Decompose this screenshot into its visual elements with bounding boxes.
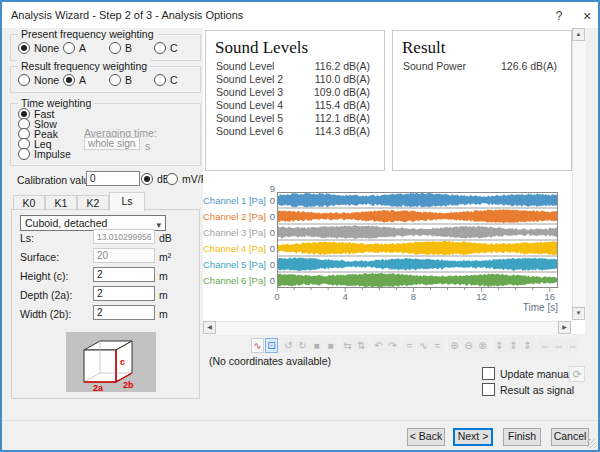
depth-label: Depth (2a):	[20, 289, 73, 301]
width-label: Width (2b):	[20, 308, 71, 320]
scroll-up-button[interactable]: ▲	[572, 28, 585, 41]
width-unit: m	[159, 308, 168, 320]
channel-label: Channel 2 [Pa]	[203, 211, 265, 222]
signal-plot[interactable]	[277, 192, 558, 293]
channel-zero-tick: 0	[266, 243, 275, 254]
radio-result-c[interactable]: C	[154, 74, 178, 86]
curve-arrow-right-icon: ↷	[386, 338, 399, 353]
zoom-out-icon: ⊖	[462, 338, 475, 353]
channel-label: Channel 6 [Pa]	[203, 275, 265, 286]
fit-time-icon: ⇔	[538, 338, 551, 353]
ls-input	[93, 229, 155, 244]
surface-input	[93, 248, 155, 263]
radio-label: B	[125, 42, 132, 54]
edit-curve-icon: ∿	[417, 338, 430, 353]
radio-result-b[interactable]: B	[109, 74, 132, 86]
signal-chart: 9 Time [s] Channel 1 [Pa]0Channel 2 [Pa]…	[203, 28, 585, 334]
radio-present-c[interactable]: C	[154, 42, 178, 54]
channel-label: Channel 1 [Pa]	[203, 195, 265, 206]
update-manually-checkbox[interactable]: Update manually	[482, 367, 579, 380]
tab-k2[interactable]: K2	[77, 195, 109, 210]
radio-present-b[interactable]: B	[109, 42, 132, 54]
cuboid-width-label: 2b	[123, 380, 134, 390]
checkbox-box	[482, 367, 495, 380]
radio-circle	[154, 42, 166, 54]
calibration-input[interactable]	[86, 171, 140, 186]
zoom-selection-icon[interactable]: ⊡	[265, 338, 278, 353]
surface-label: Surface:	[20, 251, 59, 263]
channel-label: Channel 3 [Pa]	[203, 227, 265, 238]
radio-label: A	[79, 42, 86, 54]
cancel-button[interactable]: Cancel	[551, 428, 589, 446]
fit-time-auto-icon: ⇔	[552, 338, 565, 353]
scroll-left-button[interactable]: ◀	[203, 321, 216, 334]
solid-square-icon: ■	[324, 338, 337, 353]
ls-tab-panel: Cuboid, detached ▾ Ls: dB Surface: m² He…	[11, 209, 200, 399]
chevron-down-icon: ▾	[156, 218, 161, 232]
horizontal-scrollbar[interactable]	[203, 321, 571, 335]
time-weighting-group: Time weighting Fast Slow Peak Leq Impuls…	[10, 103, 201, 166]
radio-circle	[18, 148, 30, 160]
depth-unit: m	[159, 289, 168, 301]
tab-ls[interactable]: Ls	[109, 192, 145, 211]
radio-label: Impulse	[34, 148, 71, 160]
next-button[interactable]: Next >	[453, 428, 493, 446]
height-unit: m	[159, 270, 168, 282]
radio-result-a[interactable]: A	[63, 74, 86, 86]
radio-label: None	[34, 74, 59, 86]
radio-circle	[166, 173, 178, 185]
vertical-scrollbar[interactable]	[572, 28, 586, 320]
resize-grip[interactable]	[587, 439, 596, 448]
group-label: Present frequency weighting	[18, 28, 157, 40]
radio-label: A	[79, 74, 86, 86]
x-axis-tick: 16	[542, 291, 558, 302]
radio-circle	[63, 42, 75, 54]
results-viewport: Sound Levels Sound Level116.2 dB(A) Soun…	[203, 28, 585, 334]
radio-present-a[interactable]: A	[63, 42, 86, 54]
tab-k1[interactable]: K1	[45, 195, 77, 210]
rotate-left-icon: ↺	[282, 338, 295, 353]
zoom-reset-icon: ⊗	[476, 338, 489, 353]
radio-label: C	[170, 42, 178, 54]
fit-amplitude-auto-icon: ⇕	[507, 338, 520, 353]
cuboid-diagram: c 2a 2b	[66, 332, 156, 392]
radio-label: C	[170, 74, 178, 86]
flag-curve-icon: ≈	[431, 338, 444, 353]
radio-present-none[interactable]: None	[18, 42, 59, 54]
marker-curve-icon: ≈	[403, 338, 416, 353]
x-axis-tick: 12	[474, 291, 490, 302]
result-as-signal-checkbox[interactable]: Result as signal	[482, 383, 574, 396]
finish-button[interactable]: Finish	[503, 428, 541, 446]
present-frequency-weighting-group: Present frequency weighting None A B C	[10, 34, 201, 61]
cuboid-height-label: c	[120, 357, 125, 367]
tab-k0[interactable]: K0	[13, 195, 45, 210]
help-button[interactable]: ?	[548, 7, 570, 25]
width-input[interactable]	[93, 305, 155, 320]
zoom-in-icon: ⊕	[448, 338, 461, 353]
height-input[interactable]	[93, 267, 155, 282]
shape-select-value: Cuboid, detached	[25, 217, 107, 229]
depth-input[interactable]	[93, 286, 155, 301]
result-frequency-weighting-group: Result frequency weighting None A B C	[10, 66, 201, 93]
channel-zero-tick: 0	[266, 211, 275, 222]
footer-separator	[2, 420, 598, 421]
recalculate-icon: ⟳	[569, 366, 585, 382]
cuboid-depth-label: 2a	[93, 383, 104, 392]
radio-circle	[109, 74, 121, 86]
channel-label: Channel 5 [Pa]	[203, 259, 265, 270]
height-label: Height (c):	[20, 270, 68, 282]
group-label: Result frequency weighting	[18, 60, 150, 72]
scroll-down-button[interactable]: ▼	[572, 307, 585, 320]
scroll-right-button[interactable]: ▶	[558, 321, 571, 334]
back-button[interactable]: < Back	[407, 428, 445, 446]
checkbox-label: Result as signal	[500, 384, 574, 396]
radio-result-none[interactable]: None	[18, 74, 59, 86]
radio-circle	[18, 42, 30, 54]
channel-zero-tick: 0	[266, 195, 275, 206]
ls-label: Ls:	[20, 232, 34, 244]
close-button[interactable]: ×	[576, 7, 598, 25]
radio-time-impulse[interactable]: Impulse	[18, 148, 71, 160]
x-axis-tick: 8	[405, 291, 421, 302]
curve-cursor-icon[interactable]: ∿	[251, 338, 264, 353]
coordinates-status: (No coordinates available)	[209, 355, 331, 367]
